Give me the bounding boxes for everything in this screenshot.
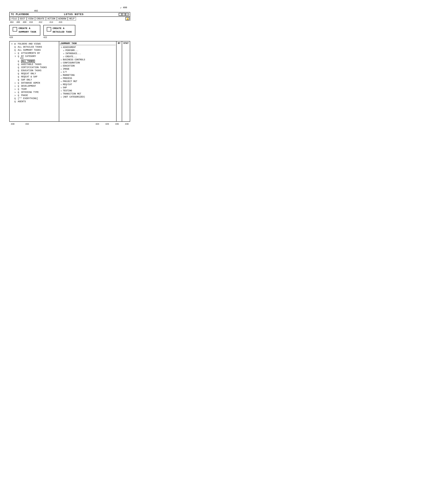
search-icon-12: Q	[17, 82, 20, 84]
ref-400-arrow: ↙	[120, 6, 123, 9]
menu-edit[interactable]: EDIT	[18, 17, 27, 20]
right-pane: △SUMMARY TASK ▽ ASSESSMENT ▷ PERFORM... …	[59, 41, 130, 121]
search-icon-1: Q	[14, 46, 17, 48]
perform-label: PERFORM...	[65, 49, 78, 52]
menu-file[interactable]: FILE	[10, 17, 18, 20]
expand-icon-15: ▷	[14, 91, 17, 93]
summary-item-business[interactable]: ▷ BUSINESS CONTROLS	[60, 58, 116, 61]
expand-icon-marketing: ▷	[60, 74, 63, 76]
list-item-all-detailed[interactable]: Q ALL DETAILED TASKS	[14, 45, 58, 49]
menu-view[interactable]: VIEW	[27, 17, 35, 20]
expand-icon-image: ▷	[60, 68, 63, 70]
summary-item-create[interactable]: ▷ CREATE...	[62, 55, 116, 58]
summary-item-configuration[interactable]: ▷ CONFIGURATION	[60, 61, 116, 64]
not-categorized-label: (NOT CATEGORIZED)	[63, 96, 85, 98]
expand-icon-project: ▷	[60, 80, 63, 83]
folder-icon: 🗁	[14, 43, 17, 45]
ref-400: 400	[123, 6, 127, 9]
expand-icon-perform: ▷	[62, 49, 65, 52]
create-label: CREATE...	[65, 55, 77, 58]
summary-item-project-mgt[interactable]: ▷ PROJECT MGT	[60, 80, 116, 83]
expand-icon-transition: ▷	[60, 93, 63, 95]
summary-task-label: CREATE ASUMMARY TASK	[18, 27, 36, 34]
introduce-label: INTRODUCE...	[65, 52, 81, 55]
business-label: BUSINESS CONTROLS	[63, 58, 85, 61]
assessment-label: ASSESSMENT	[63, 46, 76, 49]
search-icon-4: Q	[17, 55, 20, 57]
summary-item-perform[interactable]: ▷ PERFORM...	[62, 49, 116, 52]
expand-icon-create: ▷	[62, 55, 65, 58]
detailed-task-label: CREATE ADETAILED TASK	[53, 27, 72, 34]
summary-item-testing[interactable]: ▷ TESTING	[60, 89, 116, 92]
list-item-team[interactable]: ▷ Q TEAM	[14, 88, 58, 91]
list-item-offering-type[interactable]: ▷ Q OFFERING TYPE	[14, 91, 58, 94]
expand-icon-introduce: ▷	[62, 53, 65, 55]
menu-help[interactable]: HELP	[68, 17, 76, 20]
summary-item-assessment[interactable]: ▽ ASSESSMENT	[60, 46, 116, 49]
menu-create[interactable]: CREATE	[35, 17, 46, 20]
list-item-reqcat-sap[interactable]: Q REQCAT & SAP	[17, 75, 58, 78]
list-item-sap-only[interactable]: Q SAP ONLY	[17, 78, 58, 81]
summary-item-sap[interactable]: ▷ SAP	[60, 86, 116, 89]
sap-label: SAP	[63, 86, 67, 89]
minimize-button[interactable]: _	[119, 13, 122, 16]
summary-item-not-cat[interactable]: ▷ (NOT CATEGORIZED)	[60, 95, 116, 98]
summary-item-process[interactable]: ▷ PROCESS	[60, 77, 116, 80]
list-item-agents[interactable]: Q AGENTS	[14, 100, 58, 103]
list-item-everything[interactable]: Q [** EVERYTHING]	[14, 97, 58, 100]
left-pane-header: ▽ 🗁 FOLDERS AND VIEWS	[10, 42, 58, 45]
menu-action[interactable]: ACTION	[46, 17, 57, 20]
close-button[interactable]: ✕	[125, 13, 129, 16]
list-item-all-summary[interactable]: Q ALL SUMMARY TASKS	[14, 49, 58, 52]
left-pane: ▽ 🗁 FOLDERS AND VIEWS Q ALL DETAILED TAS…	[10, 41, 59, 121]
create-detailed-task-button[interactable]: CREATE ADETAILED TASK	[43, 25, 75, 36]
summary-item-req-cat[interactable]: ▷ REQ/CAT	[60, 83, 116, 86]
ref-426: 426	[105, 123, 109, 125]
reqcat-sap-label: REQCAT & SAP	[20, 75, 37, 78]
attachments-by-label: ATTACHMENTS BY	[20, 52, 40, 54]
menu-bar: FILE EDIT VIEW CREATE ACTION WINDOW HELP…	[9, 17, 130, 21]
list-item-database-admin[interactable]: ▷ Q DATABASE ADMIN	[14, 81, 58, 85]
title-bar-controls: _ ❐ ✕	[119, 13, 129, 16]
project-mgt-label: PROJECT MGT	[63, 80, 77, 83]
configuration-label: CONFIGURATION	[63, 62, 80, 64]
search-icon-6: Q	[17, 63, 20, 66]
education-label: EDUCATION	[63, 65, 75, 67]
phase-label: PHASE	[20, 94, 28, 97]
process-label: PROCESS	[63, 77, 72, 80]
menu-bell-icon: 🔔	[125, 17, 129, 20]
summary-item-it[interactable]: ▷ I/T	[60, 71, 116, 74]
list-item-all-tasks[interactable]: Q ALL TASKS	[17, 60, 58, 63]
agents-label: AGENTS	[17, 100, 26, 103]
summary-item-education[interactable]: ▷ EDUCATION	[60, 64, 116, 67]
list-item-development[interactable]: ▷ Q DEVELOPMENT	[14, 85, 58, 88]
it-label: I/T	[63, 71, 67, 73]
collapse-icon-assessment: ▽	[60, 46, 63, 49]
list-item-attachments[interactable]: ▷ Q ATTACHMENTS BY	[14, 52, 58, 55]
certification-tasks-label: CERTIFICATION TASKS	[20, 66, 47, 69]
summary-item-marketing[interactable]: ▷ MARKETING	[60, 74, 116, 77]
menu-window[interactable]: WINDOW	[57, 17, 68, 20]
stat-column: STAT	[122, 41, 130, 121]
testing-label: TESTING	[63, 90, 72, 92]
list-item-auditable[interactable]: Q AUDITABLE TASKS	[17, 63, 58, 66]
summary-item-transition[interactable]: ▷ TRANSITION MGT	[60, 92, 116, 95]
expand-icon-education: ▷	[60, 65, 63, 67]
list-item-certification[interactable]: Q CERTIFICATION TASKS	[17, 66, 58, 69]
ref-430: 430	[11, 123, 14, 125]
summary-task-icon	[13, 27, 17, 32]
restore-button[interactable]: ❐	[122, 13, 125, 16]
list-item-education[interactable]: Q EDUCATION TASKS	[17, 69, 58, 72]
create-summary-task-button[interactable]: CREATE ASUMMARY TASK	[9, 25, 40, 36]
expand-icon-16: ▷	[14, 94, 17, 97]
summary-header: △SUMMARY TASK	[60, 42, 116, 45]
expand-icon-sap: ▷	[60, 87, 63, 89]
summary-item-introduce[interactable]: ▷ INTRODUCE...	[62, 52, 116, 55]
list-item-phase[interactable]: ▷ Q PHASE	[14, 94, 58, 97]
summary-header-text: △SUMMARY TASK	[60, 42, 77, 45]
req-cat-label: REQ/CAT	[63, 83, 72, 86]
summary-item-image[interactable]: ▷ IMAGE	[60, 67, 116, 71]
list-item-reqcat-only[interactable]: Q REQCAT ONLY	[17, 72, 58, 75]
ref-432: 432	[25, 123, 29, 125]
all-tasks-label: ALL TASKS	[20, 60, 35, 62]
